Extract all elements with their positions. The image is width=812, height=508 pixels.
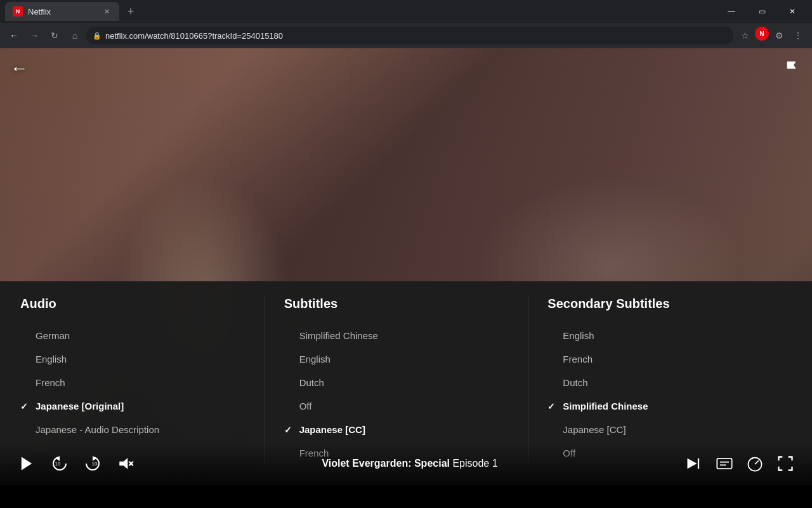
tab-favicon: N	[13, 6, 23, 17]
url-text: netflix.com/watch/81010665?trackId=25401…	[105, 31, 283, 41]
video-back-button[interactable]: ←	[10, 58, 28, 79]
sec-sub-dutch-label: Dutch	[563, 377, 587, 388]
episode-text: Episode 1	[452, 458, 497, 469]
flag-icon	[784, 58, 802, 76]
subtitles-button[interactable]	[713, 452, 736, 475]
active-tab[interactable]: N Netflix ✕	[5, 2, 119, 21]
fullscreen-icon	[776, 455, 794, 472]
title-bar: N Netflix ✕ + — ▭ ✕	[0, 0, 812, 23]
audio-column: Audio German English French ✓ Japanese […	[20, 297, 265, 465]
sub-simplified-chinese-label: Simplified Chinese	[299, 330, 378, 341]
svg-marker-9	[688, 458, 697, 469]
close-window-button[interactable]: ✕	[778, 0, 807, 23]
sub-item-english[interactable]: English	[284, 347, 516, 371]
svg-line-15	[752, 458, 752, 459]
sub-off-label: Off	[299, 401, 312, 411]
speed-icon	[746, 455, 764, 472]
rewind-icon: 10	[50, 454, 69, 473]
sec-sub-french-label: French	[563, 354, 593, 364]
audio-item-japanese-original[interactable]: ✓ Japanese [Original]	[20, 394, 252, 418]
subtitles-column: Subtitles Simplified Chinese English Dut…	[265, 297, 528, 465]
sub-item-japanese-cc[interactable]: ✓ Japanese [CC]	[284, 418, 516, 441]
svg-point-13	[749, 458, 762, 471]
audio-japanese-original-label: Japanese [Original]	[36, 401, 124, 411]
audio-item-french[interactable]: French	[20, 371, 252, 394]
mute-button[interactable]	[114, 452, 137, 475]
skip-intro-icon	[685, 455, 703, 472]
skip-intro-button[interactable]	[683, 452, 705, 475]
nav-actions: ☆ N ⚙ ⋮	[736, 27, 807, 44]
rewind-button[interactable]: 10	[48, 452, 71, 475]
svg-rect-8	[698, 458, 699, 469]
flag-button[interactable]	[784, 58, 802, 80]
secondary-subtitles-title: Secondary Subtitles	[547, 297, 779, 311]
netflix-extension-icon[interactable]: N	[755, 27, 769, 41]
right-controls	[683, 452, 797, 475]
address-bar[interactable]: 🔒 netflix.com/watch/81010665?trackId=254…	[86, 27, 733, 44]
subtitles-icon	[716, 455, 733, 472]
sec-sub-item-japanese-cc[interactable]: Japanese [CC]	[547, 418, 779, 441]
sec-sub-item-english[interactable]: English	[547, 324, 779, 347]
back-button[interactable]: ←	[5, 27, 23, 44]
svg-text:10: 10	[55, 461, 61, 467]
secondary-subtitles-column: Secondary Subtitles English French Dutch…	[528, 297, 792, 465]
svg-marker-4	[93, 456, 96, 461]
video-controls: 10 10 Violet Evergarden: Special Episode…	[0, 442, 812, 485]
sec-sub-japanese-cc-label: Japanese [CC]	[563, 424, 625, 435]
fullscreen-button[interactable]	[774, 452, 797, 475]
audio-check-icon: ✓	[20, 401, 29, 411]
svg-text:10: 10	[92, 461, 98, 467]
video-title-area: Violet Evergarden: Special Episode 1	[147, 458, 672, 469]
subtitles-title: Subtitles	[284, 297, 516, 311]
sec-sub-item-dutch[interactable]: Dutch	[547, 371, 779, 394]
audio-item-german[interactable]: German	[20, 324, 252, 347]
minimize-button[interactable]: —	[717, 0, 746, 23]
sub-item-dutch[interactable]: Dutch	[284, 371, 516, 394]
sec-sub-item-simplified-chinese[interactable]: ✓ Simplified Chinese	[547, 394, 779, 418]
forward-button[interactable]: →	[25, 27, 43, 44]
play-icon	[18, 455, 36, 472]
svg-rect-10	[717, 458, 731, 469]
video-area: ← Audio German English French ✓ Jap	[0, 48, 812, 485]
audio-item-english[interactable]: English	[20, 347, 252, 371]
sub-check-icon: ✓	[284, 425, 293, 435]
audio-item-japanese-ad[interactable]: Japanese - Audio Description	[20, 418, 252, 441]
show-title: Violet Evergarden: Special	[322, 458, 450, 469]
play-button[interactable]	[15, 452, 38, 475]
maximize-button[interactable]: ▭	[747, 0, 776, 23]
audio-title: Audio	[20, 297, 252, 311]
forward-button[interactable]: 10	[81, 452, 104, 475]
bookmark-button[interactable]: ☆	[736, 27, 754, 44]
svg-marker-0	[22, 457, 32, 471]
tab-title: Netflix	[28, 7, 51, 17]
sub-item-off[interactable]: Off	[284, 394, 516, 418]
menu-button[interactable]: ⋮	[789, 27, 807, 44]
audio-french-label: French	[36, 377, 65, 388]
svg-line-14	[755, 460, 759, 464]
audio-german-label: German	[36, 330, 70, 341]
sec-sub-english-label: English	[563, 330, 594, 341]
refresh-button[interactable]: ↻	[46, 27, 63, 44]
browser-chrome: N Netflix ✕ + — ▭ ✕ ← → ↻ ⌂ 🔒 netflix.co…	[0, 0, 812, 48]
sec-sub-check-icon: ✓	[547, 401, 556, 411]
mute-icon	[117, 455, 134, 472]
navigation-bar: ← → ↻ ⌂ 🔒 netflix.com/watch/81010665?tra…	[0, 23, 812, 48]
sub-japanese-cc-label: Japanese [CC]	[299, 424, 365, 435]
lock-icon: 🔒	[93, 32, 102, 40]
sub-item-simplified-chinese[interactable]: Simplified Chinese	[284, 324, 516, 347]
sec-sub-simplified-chinese-label: Simplified Chinese	[563, 401, 648, 411]
sub-english-label: English	[299, 354, 331, 364]
forward-icon: 10	[83, 454, 102, 473]
speed-button[interactable]	[743, 452, 766, 475]
svg-marker-5	[119, 458, 128, 469]
window-controls: — ▭ ✕	[717, 0, 807, 23]
close-tab-button[interactable]: ✕	[102, 6, 112, 17]
svg-marker-2	[56, 456, 60, 461]
new-tab-button[interactable]: +	[122, 3, 140, 20]
sub-dutch-label: Dutch	[299, 377, 324, 388]
sec-sub-item-french[interactable]: French	[547, 347, 779, 371]
audio-japanese-ad-label: Japanese - Audio Description	[36, 424, 159, 435]
audio-english-label: English	[36, 354, 67, 364]
home-button[interactable]: ⌂	[66, 27, 84, 44]
extensions-button[interactable]: ⚙	[770, 27, 788, 44]
